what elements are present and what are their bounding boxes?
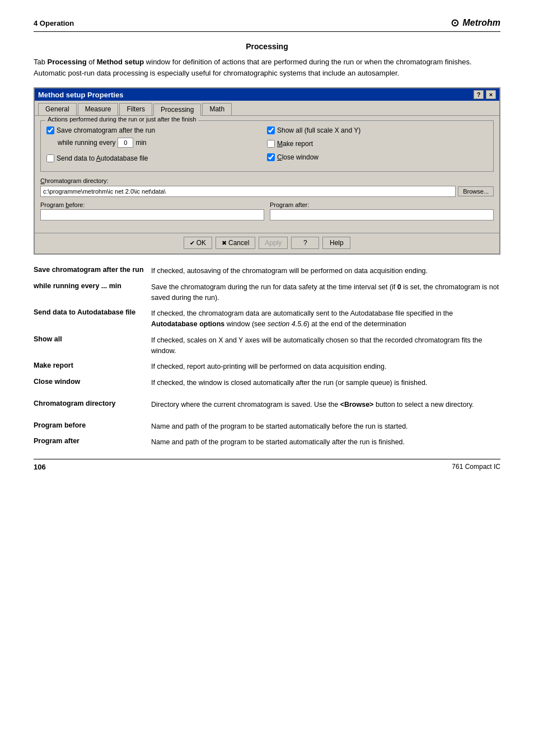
dialog-tabs: General Measure Filters Processing Math <box>35 101 499 116</box>
close-window-checkbox[interactable] <box>267 153 275 161</box>
program-row: Program before: Program after: <box>40 201 494 220</box>
page-footer: 106 761 Compact IC <box>34 459 500 471</box>
program-before-col: Program before: <box>40 201 264 220</box>
def-close-window: If checked, the window is closed automat… <box>151 378 500 388</box>
def-chrom-dir: Directory where the current chromatogram… <box>151 400 500 410</box>
term-program-before: Program before <box>34 421 151 429</box>
checks-columns: Save chromatogram after the run while ru… <box>46 126 488 166</box>
ok-button[interactable]: ✔ OK <box>184 237 212 249</box>
program-after-col: Program after: <box>270 201 494 220</box>
chrom-dir-label: Chromatogram directory: <box>40 177 494 184</box>
cancel-icon: ✖ <box>222 240 227 247</box>
chrom-dir-section: Chromatogram directory: Browse... <box>40 177 494 197</box>
def-show-all: If checked, scales on X and Y axes will … <box>151 335 500 356</box>
term-close-window: Close window <box>34 378 151 386</box>
method-setup-dialog: Method setup Properties ? × General Meas… <box>34 87 500 255</box>
intro-paragraph: Tab Processing of Method setup window fo… <box>34 57 500 78</box>
col-right: Show all (full scale X and Y) Make repor… <box>267 126 488 166</box>
program-after-input[interactable] <box>270 209 494 220</box>
make-report-label: Make report <box>277 140 313 148</box>
autodatabase-label: Send data to Autodatabase file <box>57 154 148 162</box>
tab-general[interactable]: General <box>38 103 77 115</box>
cancel-label: Cancel <box>228 239 249 247</box>
dialog-titlebar: Method setup Properties ? × <box>35 88 499 101</box>
brand-logo: ⊙ Metrohm <box>451 17 500 29</box>
actions-group: Actions performed during the run or just… <box>40 120 494 172</box>
dialog-title: Method setup Properties <box>38 91 123 99</box>
save-chromatogram-row: Save chromatogram after the run <box>46 126 267 134</box>
def-make-report: If checked, report auto-printing will be… <box>151 361 500 372</box>
cancel-button[interactable]: ✖ Cancel <box>216 237 255 249</box>
tab-math[interactable]: Math <box>202 103 232 115</box>
show-all-row: Show all (full scale X and Y) <box>267 126 488 134</box>
page-header: 4 Operation ⊙ Metrohm <box>34 17 500 32</box>
help-text-label: Help <box>330 239 344 247</box>
ok-icon: ✔ <box>190 240 195 247</box>
section-title: Processing <box>246 42 288 51</box>
apply-button[interactable]: Apply <box>259 237 288 249</box>
make-report-row: Make report <box>267 140 488 148</box>
desc-save-chromatogram: Save chromatogram after the run If check… <box>34 266 500 276</box>
term-program-after: Program after <box>34 437 151 445</box>
description-table: Save chromatogram after the run If check… <box>34 266 500 448</box>
save-chromatogram-checkbox[interactable] <box>46 126 54 134</box>
autodatabase-row: Send data to Autodatabase file <box>46 154 267 162</box>
desc-close-window: Close window If checked, the window is c… <box>34 378 500 388</box>
def-while-running: Save the chromatogram during the run for… <box>151 282 500 303</box>
tab-processing[interactable]: Processing <box>153 104 201 116</box>
desc-program-before: Program before Name and path of the prog… <box>34 421 500 432</box>
show-all-checkbox[interactable] <box>267 126 275 134</box>
help-icon: ? <box>303 239 307 247</box>
desc-program-after: Program after Name and path of the progr… <box>34 437 500 448</box>
save-chromatogram-label: Save chromatogram after the run <box>57 126 155 134</box>
chapter-label: 4 Operation <box>34 19 74 27</box>
dialog-body: Actions performed during the run or just… <box>35 116 499 233</box>
page-number: 106 <box>34 463 46 471</box>
term-save-chromatogram: Save chromatogram after the run <box>34 266 151 274</box>
dialog-help-button[interactable]: ? <box>474 90 484 99</box>
titlebar-buttons: ? × <box>474 90 496 99</box>
def-autodatabase: If checked, the chromatogram data are au… <box>151 308 500 330</box>
show-all-label: Show all (full scale X and Y) <box>277 126 360 134</box>
help-text-button[interactable]: Help <box>322 237 350 249</box>
desc-autodatabase: Send data to Autodatabase file If checke… <box>34 308 500 330</box>
while-running-row: while running every min <box>58 138 267 148</box>
logo-icon: ⊙ <box>451 17 459 29</box>
while-running-label: while running every <box>58 139 115 147</box>
close-window-label: Close window <box>277 153 318 161</box>
term-make-report: Make report <box>34 361 151 369</box>
program-before-input[interactable] <box>40 209 264 220</box>
chrom-dir-input[interactable] <box>40 186 456 197</box>
apply-label: Apply <box>265 239 282 247</box>
help-button[interactable]: ? <box>291 237 319 249</box>
group-inner: Save chromatogram after the run while ru… <box>46 126 488 166</box>
def-save-chromatogram: If checked, autosaving of the chromatogr… <box>151 266 500 276</box>
tab-measure[interactable]: Measure <box>78 103 119 115</box>
desc-show-all: Show all If checked, scales on X and Y a… <box>34 335 500 356</box>
def-program-before: Name and path of the program to be start… <box>151 421 500 432</box>
while-running-unit: min <box>135 139 146 147</box>
tab-filters[interactable]: Filters <box>119 103 152 115</box>
term-while-running: while running every ... min <box>34 282 151 290</box>
term-chrom-dir: Chromatogram directory <box>34 400 151 407</box>
browse-button[interactable]: Browse... <box>458 186 494 196</box>
term-autodatabase: Send data to Autodatabase file <box>34 308 151 316</box>
logo-text: Metrohm <box>462 18 500 28</box>
page-model: 761 Compact IC <box>452 463 500 471</box>
chrom-dir-row: Browse... <box>40 186 494 197</box>
make-report-checkbox[interactable] <box>267 140 275 148</box>
close-window-row: Close window <box>267 153 488 161</box>
while-running-input[interactable] <box>118 138 133 148</box>
program-before-label: Program before: <box>40 201 264 208</box>
desc-while-running: while running every ... min Save the chr… <box>34 282 500 303</box>
dialog-footer: ✔ OK ✖ Cancel Apply ? Help <box>35 233 499 253</box>
autodatabase-checkbox[interactable] <box>46 154 54 162</box>
desc-chrom-dir: Chromatogram directory Directory where t… <box>34 400 500 410</box>
program-after-label: Program after: <box>270 201 494 208</box>
group-legend: Actions performed during the run or just… <box>45 116 198 123</box>
col-left: Save chromatogram after the run while ru… <box>46 126 267 166</box>
desc-make-report: Make report If checked, report auto-prin… <box>34 361 500 372</box>
term-show-all: Show all <box>34 335 151 343</box>
dialog-close-button[interactable]: × <box>486 90 496 99</box>
ok-label: OK <box>196 239 206 247</box>
